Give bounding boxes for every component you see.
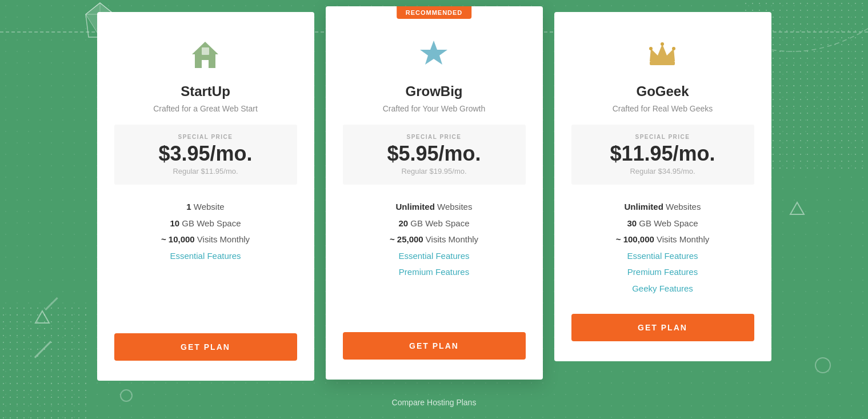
gogeek-premium-features-link[interactable]: Premium Features <box>616 264 710 281</box>
gogeek-feature-3: ~ 100,000 Visits Monthly <box>616 232 710 248</box>
growbig-price: $5.95/mo. <box>354 142 514 165</box>
gogeek-regular-price: Regular $34.95/mo. <box>583 167 743 175</box>
gogeek-feature-1: Unlimited Websites <box>616 199 710 216</box>
gogeek-plan-tagline: Crafted for Real Web Geeks <box>613 104 713 113</box>
gogeek-price: $11.95/mo. <box>583 142 743 165</box>
plans-container: StartUp Crafted for a Great Web Start SP… <box>91 12 777 381</box>
growbig-get-plan-button[interactable]: GET PLAN <box>343 332 526 360</box>
growbig-special-label: SPECIAL PRICE <box>354 134 514 140</box>
slash-decor-1 <box>34 341 51 358</box>
gogeek-get-plan-button[interactable]: GET PLAN <box>571 314 754 341</box>
growbig-premium-features-link[interactable]: Premium Features <box>390 264 478 281</box>
startup-price-box: SPECIAL PRICE $3.95/mo. Regular $11.95/m… <box>114 125 297 185</box>
startup-feature-2: 10 GB Web Space <box>161 216 250 232</box>
growbig-plan-tagline: Crafted for Your Web Growth <box>383 104 486 113</box>
svg-point-9 <box>649 47 653 50</box>
plan-icon-startup <box>186 35 226 75</box>
plan-card-startup: StartUp Crafted for a Great Web Start SP… <box>97 12 314 381</box>
plan-icon-growbig <box>414 35 454 75</box>
triangle-decor-2 <box>34 309 50 328</box>
svg-rect-8 <box>650 61 675 65</box>
svg-marker-7 <box>420 41 447 65</box>
startup-get-plan-button[interactable]: GET PLAN <box>114 333 297 361</box>
circle-decor-3 <box>120 389 133 402</box>
svg-point-10 <box>661 42 664 46</box>
triangle-decor-1 <box>789 201 805 219</box>
gogeek-essential-features-link[interactable]: Essential Features <box>616 248 710 265</box>
gogeek-geeky-features-link[interactable]: Geeky Features <box>616 281 710 297</box>
gogeek-price-box: SPECIAL PRICE $11.95/mo. Regular $34.95/… <box>571 125 754 185</box>
compare-hosting-plans-link[interactable]: Compare Hosting Plans <box>392 398 477 407</box>
growbig-feature-3: ~ 25,000 Visits Monthly <box>390 232 478 248</box>
startup-price: $3.95/mo. <box>126 142 286 165</box>
growbig-regular-price: Regular $19.95/mo. <box>354 167 514 175</box>
startup-essential-features-link[interactable]: Essential Features <box>161 248 250 265</box>
startup-feature-1: 1 Website <box>161 199 250 216</box>
svg-rect-6 <box>202 47 209 55</box>
gogeek-plan-name: GoGeek <box>636 83 689 99</box>
growbig-essential-features-link[interactable]: Essential Features <box>390 248 478 265</box>
growbig-price-box: SPECIAL PRICE $5.95/mo. Regular $19.95/m… <box>343 125 526 185</box>
startup-regular-price: Regular $11.95/mo. <box>126 167 286 175</box>
gogeek-special-label: SPECIAL PRICE <box>583 134 743 140</box>
slash-decor-2 <box>45 297 58 310</box>
circle-decor-2 <box>815 357 831 373</box>
svg-marker-4 <box>790 202 804 214</box>
gogeek-features: Unlimited Websites 30 GB Web Space ~ 100… <box>616 199 710 297</box>
plan-card-gogeek: GoGeek Crafted for Real Web Geeks SPECIA… <box>554 12 771 362</box>
startup-features: 1 Website 10 GB Web Space ~ 10,000 Visit… <box>161 199 250 316</box>
startup-plan-tagline: Crafted for a Great Web Start <box>153 104 258 113</box>
startup-special-label: SPECIAL PRICE <box>126 134 286 140</box>
gogeek-feature-2: 30 GB Web Space <box>616 216 710 232</box>
growbig-features: Unlimited Websites 20 GB Web Space ~ 25,… <box>390 199 478 315</box>
svg-marker-5 <box>35 311 49 323</box>
startup-feature-3: ~ 10,000 Visits Monthly <box>161 232 250 248</box>
plan-icon-gogeek <box>643 35 683 75</box>
growbig-feature-2: 20 GB Web Space <box>390 216 478 232</box>
recommended-badge: RECOMMENDED <box>397 6 472 19</box>
startup-plan-name: StartUp <box>181 83 230 99</box>
plan-card-growbig: RECOMMENDED GrowBig Crafted for Your Web… <box>326 6 543 380</box>
growbig-plan-name: GrowBig <box>406 83 463 99</box>
growbig-feature-1: Unlimited Websites <box>390 199 478 216</box>
svg-point-11 <box>672 47 675 50</box>
